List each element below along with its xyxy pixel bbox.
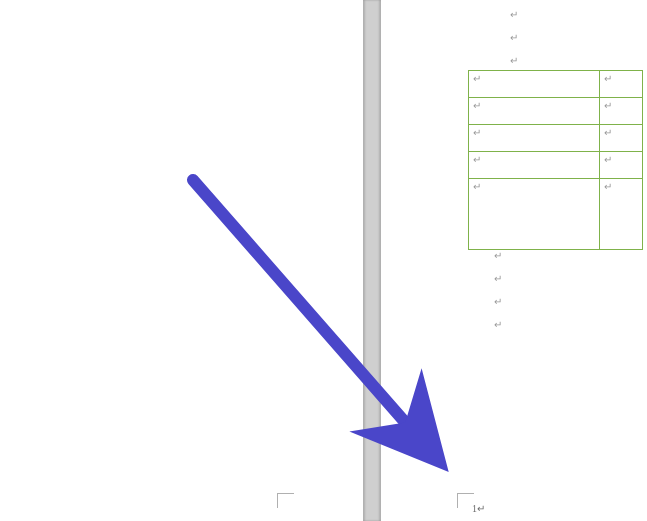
page-number: 1↵ xyxy=(472,503,485,514)
paragraph-mark: ↵ xyxy=(381,56,647,66)
table-cell[interactable]: ↵ xyxy=(599,152,643,179)
paragraph-mark: ↵ xyxy=(494,320,502,330)
table-row[interactable]: ↵ ↵ xyxy=(469,71,643,98)
table-cell[interactable]: ↵ xyxy=(599,125,643,152)
footer-crop-mark-left xyxy=(277,493,294,508)
table-cell[interactable]: ↵ xyxy=(469,179,600,250)
paragraph-mark: ↵ xyxy=(381,33,647,43)
paragraph-mark: ↵ xyxy=(494,297,502,307)
table-row[interactable]: ↵ ↵ xyxy=(469,179,643,250)
table-row[interactable]: ↵ ↵ xyxy=(469,125,643,152)
table-cell[interactable]: ↵ xyxy=(469,152,600,179)
table-cell[interactable]: ↵ xyxy=(599,179,643,250)
paragraph-mark: ↵ xyxy=(494,251,502,261)
page-gap xyxy=(363,0,381,521)
paragraph-mark: ↵ xyxy=(381,10,647,20)
page-right[interactable]: ↵ ↵ ↵ ↵ ↵ ↵ ↵ ↵ ↵ ↵ ↵ ↵ ↵ ↵ ↵ ↵ ↵ 1↵ xyxy=(381,0,647,521)
page-left[interactable] xyxy=(0,0,363,521)
table-cell[interactable]: ↵ xyxy=(599,71,643,98)
table-row[interactable]: ↵ ↵ xyxy=(469,152,643,179)
document-table[interactable]: ↵ ↵ ↵ ↵ ↵ ↵ ↵ ↵ ↵ ↵ xyxy=(468,70,643,250)
table-cell[interactable]: ↵ xyxy=(469,125,600,152)
table-cell[interactable]: ↵ xyxy=(469,98,600,125)
table-cell[interactable]: ↵ xyxy=(469,71,600,98)
table-cell[interactable]: ↵ xyxy=(599,98,643,125)
table-row[interactable]: ↵ ↵ xyxy=(469,98,643,125)
paragraph-mark: ↵ xyxy=(494,274,502,284)
